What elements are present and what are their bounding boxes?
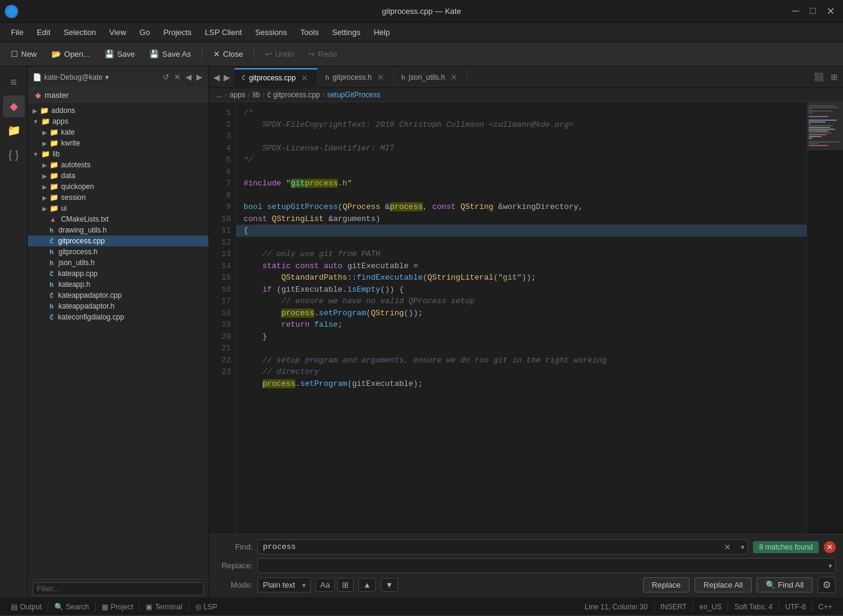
dropdown-icon: ▾ (105, 73, 109, 82)
code-editor[interactable]: 1 2 3 4 5 6 7 8 9 10 11 12 13 14 15 16 1… (209, 102, 843, 534)
position-status[interactable]: Line 11, Column 30 (579, 603, 654, 611)
tab-gitprocess-cpp[interactable]: c̈ gitprocess.cpp ✕ (234, 68, 318, 86)
right-arrow-icon[interactable]: ▶ (195, 71, 204, 83)
tree-item-json-utils[interactable]: h json_utils.h (28, 257, 208, 268)
tree-item-ui[interactable]: ▶ 📁 ui (28, 203, 208, 214)
menu-tools[interactable]: Tools (294, 25, 325, 39)
breadcrumb-item[interactable]: ... (216, 91, 222, 99)
replace-button[interactable]: Replace (643, 577, 690, 592)
language-status[interactable]: C++ (812, 603, 838, 611)
find-prev-button[interactable]: ▲ (358, 578, 376, 592)
tree-item-lib[interactable]: ▼ 📁 lib (28, 149, 208, 159)
sidebar-icon-git[interactable]: ◆ (3, 95, 25, 117)
breadcrumb-item[interactable]: lib (253, 91, 260, 99)
case-sensitive-button[interactable]: Aa (315, 578, 335, 592)
code-content[interactable]: /* SPDX-FileCopyrightText: 2010 Christop… (236, 102, 807, 534)
close-panel-icon[interactable]: ✕ (173, 71, 182, 83)
left-arrow-icon[interactable]: ◀ (184, 71, 193, 83)
search-status-item[interactable]: 🔍 Search (48, 598, 95, 615)
insert-mode-status[interactable]: INSERT (654, 603, 693, 611)
replace-input[interactable] (257, 558, 836, 573)
close-window-button[interactable]: ✕ (823, 4, 838, 18)
saveas-button[interactable]: 💾 Save As (143, 47, 197, 62)
tab-close-icon[interactable]: ✕ (448, 72, 459, 82)
menu-file[interactable]: File (5, 25, 30, 39)
close-button[interactable]: ✕ Close (207, 47, 249, 62)
find-clear-icon[interactable]: ✕ (724, 542, 731, 552)
tree-item-drawing-utils[interactable]: h drawing_utils.h (28, 225, 208, 236)
tree-item-apps[interactable]: ▼ 📁 apps (28, 116, 208, 127)
menu-help[interactable]: Help (367, 25, 396, 39)
tree-item-kateappadaptor-h[interactable]: h kateappadaptor.h (28, 301, 208, 312)
tree-item-kateconfigdialog[interactable]: c̈ kateconfigdialog.cpp (28, 312, 208, 322)
titlebar: 🌐 gitprocess.cpp — Kate ─ □ ✕ (0, 0, 843, 23)
menu-selection[interactable]: Selection (57, 25, 102, 39)
close-find-button[interactable]: ✕ (824, 541, 836, 553)
tree-item-gitprocess-h[interactable]: h gitprocess.h (28, 246, 208, 257)
tree-item-data[interactable]: ▶ 📁 data (28, 170, 208, 181)
sidebar-icon-symbols[interactable]: { } (3, 144, 25, 165)
search-icon: 🔍 (766, 580, 775, 589)
menu-go[interactable]: Go (134, 25, 156, 39)
tree-item-quickopen[interactable]: ▶ 📁 quickopen (28, 181, 208, 192)
branch-diamond-icon: ◆ (35, 91, 41, 100)
tree-item-addons[interactable]: ▶ 📁 addons (28, 105, 208, 116)
find-settings-button[interactable]: ⚙ (818, 577, 836, 593)
replace-dropdown-icon[interactable]: ▾ (828, 562, 832, 570)
folder-icon: 📁 (50, 182, 59, 191)
tree-item-kateappadaptor-cpp[interactable]: c̈ kateappadaptor.cpp (28, 290, 208, 301)
encoding-status[interactable]: UTF-8 (779, 603, 812, 611)
breadcrumb-item[interactable]: c̈gitprocess.cpp (267, 91, 320, 99)
menu-view[interactable]: View (103, 25, 132, 39)
new-button[interactable]: ☐ New (5, 47, 43, 62)
project-status-item[interactable]: ▦ Project (95, 598, 139, 615)
tree-item-kwrite[interactable]: ▶ 📁 kwrite (28, 138, 208, 149)
new-tab-icon[interactable]: ⬛ (811, 71, 827, 83)
locale-status[interactable]: en_US (693, 603, 728, 611)
lsp-status-item[interactable]: ◎ LSP (189, 598, 224, 615)
tab-close-icon[interactable]: ✕ (375, 72, 386, 82)
whole-words-button[interactable]: ⊞ (337, 578, 354, 592)
sidebar-icon-filetree[interactable]: ≡ (3, 71, 25, 93)
menu-lsp[interactable]: LSP Client (199, 25, 248, 39)
save-button[interactable]: 💾 Save (99, 47, 141, 62)
menu-settings[interactable]: Settings (326, 25, 366, 39)
indent-status[interactable]: Soft Tabs: 4 (728, 603, 778, 611)
menu-edit[interactable]: Edit (31, 25, 56, 39)
replace-input-container: ▾ (257, 558, 836, 573)
tree-item-session[interactable]: ▶ 📁 session (28, 192, 208, 203)
tab-close-icon[interactable]: ✕ (299, 73, 310, 83)
open-button[interactable]: 📂 Open... (45, 47, 96, 62)
sidebar-icon-folder[interactable]: 📁 (3, 120, 25, 141)
breadcrumb-item-last[interactable]: setupGitProcess (327, 91, 380, 99)
filter-input[interactable] (33, 582, 204, 595)
tree-item-autotests[interactable]: ▶ 📁 autotests (28, 159, 208, 170)
mode-select[interactable]: Plain text Regex Escaped (257, 577, 311, 592)
find-dropdown-icon[interactable]: ▾ (741, 543, 744, 551)
menu-sessions[interactable]: Sessions (249, 25, 293, 39)
split-view-icon[interactable]: ⊞ (828, 71, 841, 83)
tree-item-cmake[interactable]: ▲ CMakeLists.txt (28, 214, 208, 225)
terminal-status-item[interactable]: ▣ Terminal (140, 598, 188, 615)
tab-right-arrow[interactable]: ▶ (222, 71, 232, 83)
minimize-button[interactable]: ─ (789, 4, 803, 18)
chevron-down-icon: ▼ (33, 151, 39, 158)
find-input[interactable] (257, 539, 748, 554)
tree-item-kateapp-cpp[interactable]: c̈ kateapp.cpp (28, 268, 208, 279)
tree-item-kate[interactable]: ▶ 📁 kate (28, 127, 208, 138)
tree-item-gitprocess-cpp[interactable]: c̈ gitprocess.cpp (28, 236, 208, 246)
maximize-button[interactable]: □ (806, 4, 819, 18)
find-next-button[interactable]: ▼ (381, 578, 398, 592)
tab-left-arrow[interactable]: ◀ (212, 71, 222, 83)
refresh-icon[interactable]: ↺ (161, 71, 170, 83)
menu-projects[interactable]: Projects (157, 25, 198, 39)
redo-button[interactable]: ↪ Redo (302, 47, 343, 62)
undo-button[interactable]: ↩ Undo (259, 47, 300, 62)
find-all-button[interactable]: 🔍 Find All (757, 577, 813, 592)
breadcrumb-item[interactable]: apps (230, 91, 245, 99)
replace-all-button[interactable]: Replace All (694, 577, 752, 592)
tab-gitprocess-h[interactable]: h gitprocess.h ✕ (318, 69, 394, 86)
tab-json-utils[interactable]: h json_utils.h ✕ (394, 69, 467, 86)
tree-item-kateapp-h[interactable]: h kateapp.h (28, 279, 208, 290)
output-status-item[interactable]: ▤ Output (5, 598, 48, 615)
